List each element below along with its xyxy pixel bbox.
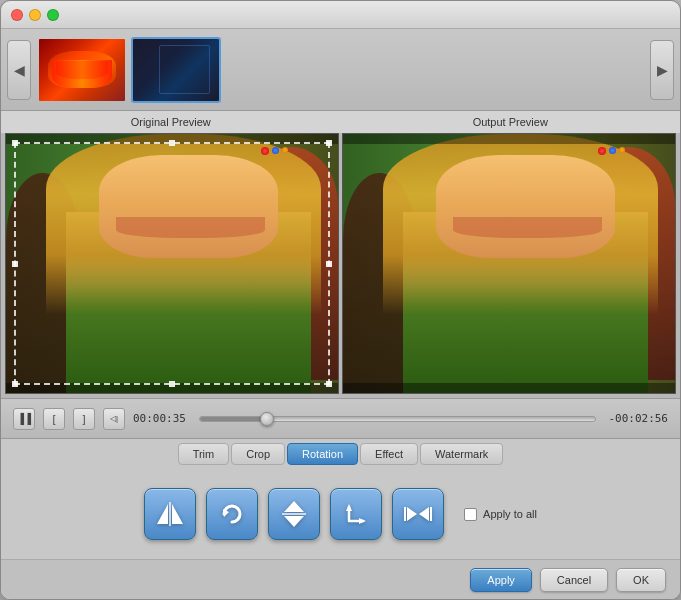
- handle-tr[interactable]: [326, 140, 332, 146]
- svg-marker-1: [172, 504, 183, 524]
- handle-ml[interactable]: [12, 261, 18, 267]
- original-preview-label: Original Preview: [1, 116, 341, 128]
- main-window: ◀ ▶ Original Preview Output Preview: [0, 0, 681, 600]
- rotate-ccw-button[interactable]: [206, 488, 258, 540]
- mirror-icon: [403, 499, 433, 529]
- close-button[interactable]: [11, 9, 23, 21]
- timeline-progress: [200, 417, 267, 421]
- rotate-ccw-icon: [217, 499, 247, 529]
- minimize-button[interactable]: [29, 9, 41, 21]
- rotate-diagonal-icon: [341, 499, 371, 529]
- handle-mr[interactable]: [326, 261, 332, 267]
- play-pause-button[interactable]: ▐▐: [13, 408, 35, 430]
- svg-marker-7: [346, 504, 352, 511]
- prev-frame-button[interactable]: ◁|: [103, 408, 125, 430]
- original-preview-panel: [5, 133, 339, 394]
- filmstrip-next[interactable]: ▶: [650, 40, 674, 100]
- tabs-bar: Trim Crop Rotation Effect Watermark: [1, 439, 680, 469]
- maximize-button[interactable]: [47, 9, 59, 21]
- timeline[interactable]: [199, 411, 596, 427]
- preview-labels: Original Preview Output Preview: [1, 111, 680, 133]
- mark-out-button[interactable]: ]: [73, 408, 95, 430]
- preview-area: [1, 133, 680, 399]
- flip-horizontal-button[interactable]: [144, 488, 196, 540]
- output-preview-panel: [342, 133, 676, 394]
- svg-marker-8: [359, 518, 366, 524]
- current-time: 00:00:35: [133, 412, 191, 425]
- flip-vertical-icon: [279, 499, 309, 529]
- tab-effect[interactable]: Effect: [360, 443, 418, 465]
- controls-bar: ▐▐ [ ] ◁| 00:00:35 -00:02:56: [1, 399, 680, 439]
- apply-to-all-checkbox[interactable]: [464, 508, 477, 521]
- filmstrip-thumb-lips[interactable]: [37, 37, 127, 103]
- tab-watermark[interactable]: Watermark: [420, 443, 503, 465]
- timeline-track[interactable]: [199, 416, 596, 422]
- handle-br[interactable]: [326, 381, 332, 387]
- svg-marker-5: [284, 516, 304, 527]
- handle-tl[interactable]: [12, 140, 18, 146]
- handle-bm[interactable]: [169, 381, 175, 387]
- svg-marker-4: [284, 501, 304, 512]
- cancel-button[interactable]: Cancel: [540, 568, 608, 592]
- traffic-lights: [11, 9, 59, 21]
- flip-horizontal-icon: [155, 499, 185, 529]
- filmstrip-prev[interactable]: ◀: [7, 40, 31, 100]
- handle-bl[interactable]: [12, 381, 18, 387]
- svg-rect-2: [169, 502, 171, 526]
- mark-in-button[interactable]: [: [43, 408, 65, 430]
- output-video-frame: [343, 134, 675, 393]
- filmstrip-thumb-dark[interactable]: [131, 37, 221, 103]
- tab-trim[interactable]: Trim: [178, 443, 230, 465]
- svg-marker-0: [157, 504, 168, 524]
- preview-panels: [1, 133, 680, 398]
- svg-rect-6: [282, 513, 306, 515]
- timeline-thumb[interactable]: [260, 412, 274, 426]
- rotation-panel: Apply to all: [1, 469, 680, 559]
- apply-to-all-container: Apply to all: [464, 508, 537, 521]
- tab-rotation[interactable]: Rotation: [287, 443, 358, 465]
- output-preview-label: Output Preview: [341, 116, 681, 128]
- flip-vertical-button[interactable]: [268, 488, 320, 540]
- svg-marker-10: [419, 507, 429, 521]
- bottom-bar: Apply Cancel OK: [1, 559, 680, 599]
- filmstrip-container: [31, 37, 650, 103]
- remaining-time: -00:02:56: [604, 412, 668, 425]
- tab-crop[interactable]: Crop: [231, 443, 285, 465]
- svg-marker-9: [407, 507, 417, 521]
- apply-button[interactable]: Apply: [470, 568, 532, 592]
- ok-button[interactable]: OK: [616, 568, 666, 592]
- original-video-frame: [6, 134, 338, 393]
- titlebar: [1, 1, 680, 29]
- handle-tm[interactable]: [169, 140, 175, 146]
- rotate-diagonal-button[interactable]: [330, 488, 382, 540]
- apply-to-all-label: Apply to all: [483, 508, 537, 520]
- filmstrip-area: ◀ ▶: [1, 29, 680, 111]
- mirror-button[interactable]: [392, 488, 444, 540]
